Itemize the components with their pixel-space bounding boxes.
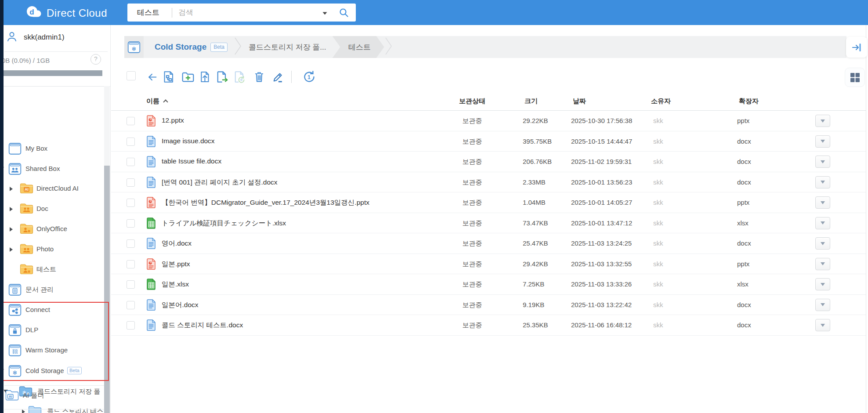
breadcrumb-current-folder[interactable]: 테스트	[333, 36, 384, 58]
copy-structure-icon[interactable]	[162, 69, 177, 84]
sidebar-item-ai-folder[interactable]: AI AI 폴더	[0, 386, 104, 406]
row-menu-button[interactable]	[815, 278, 830, 290]
file-owner: skk	[653, 178, 663, 186]
column-header-status[interactable]: 보관상태	[446, 97, 499, 105]
file-row[interactable]: 영어.docx보관중25.47KB2025-11-03 13:24:25skkd…	[111, 233, 866, 254]
file-status: 보관중	[446, 321, 499, 330]
file-row[interactable]: table Issue file.docx보관중206.76KB2025-11-…	[111, 152, 866, 172]
file-name[interactable]: table Issue file.docx	[162, 157, 221, 165]
row-menu-button[interactable]	[815, 135, 830, 148]
grid-view-button[interactable]	[845, 68, 865, 87]
row-checkbox[interactable]	[127, 199, 135, 207]
column-header-ext[interactable]: 확장자	[739, 97, 759, 105]
sidebar-item-테스트[interactable]: 테스트	[0, 260, 104, 280]
export-icon[interactable]	[214, 69, 229, 84]
search-input[interactable]: 검색	[178, 7, 322, 18]
user-profile[interactable]: skk(admin1)	[6, 31, 65, 44]
sidebar-scrollbar-thumb[interactable]	[104, 166, 110, 413]
cold-archive-icon[interactable]: ❄	[232, 69, 247, 84]
file-row[interactable]: 일본.xlsx보관중7.25KB2025-11-03 13:33:26skkxl…	[111, 274, 866, 295]
row-checkbox[interactable]	[127, 301, 135, 309]
file-name[interactable]: Image issue.docx	[162, 137, 215, 145]
file-name[interactable]: [번역 001] 관리 페이지 초기 설정.docx	[162, 178, 278, 187]
sidebar-item-doc[interactable]: Doc	[0, 199, 104, 219]
back-icon[interactable]	[145, 69, 160, 84]
file-name[interactable]: 【한국어 번역】DCMigrator_Guide_ver.17_2024년3월1…	[162, 198, 369, 207]
file-row[interactable]: Image issue.docx보관중395.75KB2025-10-15 14…	[111, 131, 866, 152]
row-menu-button[interactable]	[815, 115, 830, 127]
tree-expand-right-icon[interactable]	[10, 247, 13, 252]
search-scope-selector[interactable]: 테스트	[137, 7, 159, 18]
file-row[interactable]: [번역 001] 관리 페이지 초기 설정.docx보관중2.33MB2025-…	[111, 172, 866, 193]
column-header-date[interactable]: 날짜	[573, 97, 586, 105]
sidebar-item-문서-관리[interactable]: 문서 관리	[0, 280, 104, 300]
row-checkbox[interactable]	[127, 117, 135, 125]
tree-expand-right-icon[interactable]	[10, 207, 13, 211]
sidebar-item-photo[interactable]: Photo	[0, 239, 104, 260]
file-name[interactable]: 일본.xlsx	[162, 280, 189, 289]
file-name[interactable]: 12.pptx	[162, 116, 184, 124]
breadcrumb-parent-folder[interactable]: 콜드스토리지 저장 폴...	[249, 42, 326, 52]
file-name[interactable]: 콜드 스토리지 테스트.docx	[162, 321, 243, 330]
file-docx-icon	[147, 238, 156, 251]
file-name[interactable]: 일본.pptx	[162, 260, 190, 269]
sidebar-item-onlyoffice[interactable]: OnlyOffice	[0, 219, 104, 239]
sidebar-item-connect[interactable]: Connect	[0, 300, 104, 320]
row-checkbox[interactable]	[127, 219, 135, 228]
column-header-size[interactable]: 크기	[524, 97, 538, 105]
user-icon	[6, 31, 18, 44]
row-menu-button[interactable]	[815, 217, 830, 229]
collapse-panel-button[interactable]	[846, 37, 867, 58]
search-icon[interactable]	[339, 7, 349, 18]
row-menu-button[interactable]	[815, 176, 830, 188]
refresh-once-icon[interactable]: 1	[302, 69, 317, 84]
select-all-checkbox[interactable]	[127, 71, 136, 80]
help-icon[interactable]: ?	[90, 54, 101, 65]
row-checkbox[interactable]	[127, 260, 135, 268]
column-header-owner[interactable]: 소유자	[651, 97, 671, 105]
row-menu-button[interactable]	[815, 299, 830, 311]
new-folder-icon[interactable]	[181, 69, 195, 84]
search-dropdown-caret-icon[interactable]	[322, 9, 327, 17]
sidebar-item-dlp[interactable]: DLP	[0, 320, 104, 341]
file-row[interactable]: トライアル検証項目チェックシート.xlsx보관중73.47KB2025-10-0…	[111, 213, 866, 234]
file-row[interactable]: 일본.pptx보관중29.42KB2025-11-03 13:32:55skkp…	[111, 254, 866, 275]
tree-expand-right-icon[interactable]	[10, 187, 13, 191]
tree-expand-right-icon[interactable]	[22, 409, 25, 413]
sidebar-item-cold-storage[interactable]: ❄Cold StorageBeta	[0, 361, 104, 381]
row-checkbox[interactable]	[127, 321, 135, 330]
caret-down-icon	[821, 262, 825, 265]
file-name[interactable]: 영어.docx	[162, 239, 192, 248]
sidebar-item-directcloud-ai[interactable]: AIDirectCloud AI	[0, 179, 104, 199]
logo-text: Direct Cloud	[47, 7, 107, 19]
caret-down-icon	[821, 160, 825, 163]
tree-expand-right-icon[interactable]	[10, 227, 13, 232]
sidebar-item-shared-box[interactable]: Shared Box	[0, 159, 104, 179]
file-row[interactable]: 일본어.docx보관중9.19KB2025-11-03 13:22:42skkd…	[111, 295, 866, 315]
row-checkbox[interactable]	[127, 178, 135, 187]
row-checkbox[interactable]	[127, 280, 135, 289]
rename-icon[interactable]	[270, 69, 285, 84]
column-header-name[interactable]: 이름	[146, 97, 167, 105]
sidebar-item-warm-storage[interactable]: Warm Storage	[0, 341, 104, 361]
row-menu-button[interactable]	[815, 237, 830, 250]
row-menu-button[interactable]	[815, 319, 830, 331]
app-logo[interactable]: d Direct Cloud	[25, 4, 107, 22]
search-box[interactable]: 테스트 검색	[127, 4, 356, 22]
row-menu-button[interactable]	[815, 156, 830, 168]
sidebar-item-my-box[interactable]: My Box	[0, 139, 104, 159]
breadcrumb-root[interactable]: Cold Storage	[155, 42, 206, 52]
row-menu-button[interactable]	[815, 258, 830, 270]
file-name[interactable]: トライアル検証項目チェックシート.xlsx	[162, 219, 286, 228]
row-checkbox[interactable]	[127, 239, 135, 248]
row-menu-button[interactable]	[815, 196, 830, 209]
upload-icon[interactable]	[198, 69, 213, 84]
file-name[interactable]: 일본어.docx	[162, 301, 199, 310]
file-row[interactable]: 12.pptx보관중29.22KB2025-10-30 17:56:38skkp…	[111, 111, 866, 131]
file-row[interactable]: 콜드 스토리지 테스트.docx보관중25.35KB2025-11-06 16:…	[111, 315, 866, 336]
file-row[interactable]: 【한국어 번역】DCMigrator_Guide_ver.17_2024년3월1…	[111, 192, 866, 213]
search-divider	[172, 8, 172, 18]
row-checkbox[interactable]	[127, 158, 135, 166]
row-checkbox[interactable]	[127, 138, 135, 146]
delete-icon[interactable]	[252, 69, 267, 84]
